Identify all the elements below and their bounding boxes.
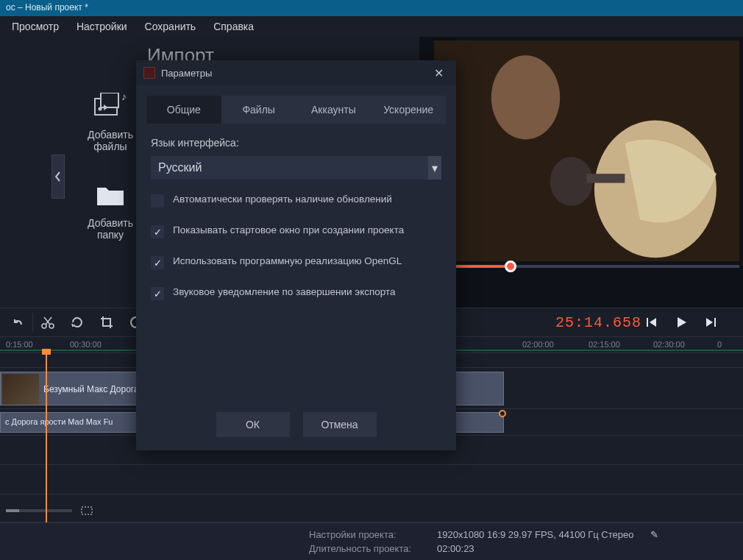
ruler-tick: 02:15:00 (589, 340, 620, 349)
dialog-titlebar[interactable]: Параметры ✕ (136, 60, 456, 85)
ok-button[interactable]: ОК (216, 412, 290, 437)
rotate-button[interactable] (67, 312, 88, 333)
svg-text:♪: ♪ (121, 93, 127, 102)
svg-rect-16 (82, 507, 92, 514)
svg-point-7 (550, 157, 593, 205)
audio-clip-label: с Дорога ярости Mad Max Fu (5, 417, 113, 426)
window-titlebar: ос – Новый проект * (0, 0, 743, 16)
dialog-close-button[interactable]: ✕ (428, 63, 449, 83)
edit-settings-button[interactable]: ✎ (650, 529, 658, 540)
language-select[interactable]: Русский ▾ (151, 156, 441, 180)
tab-acceleration[interactable]: Ускорение (371, 96, 446, 124)
menu-save[interactable]: Сохранить (145, 21, 196, 32)
app-icon (143, 67, 155, 79)
language-label: Язык интерфейса: (151, 137, 441, 149)
checkbox-start-window-label: Показывать стартовое окно при создании п… (173, 224, 404, 238)
fit-timeline-button[interactable] (79, 505, 94, 517)
svg-rect-1 (101, 93, 118, 107)
language-value: Русский (158, 161, 202, 174)
add-folder-label: Добавить папку (88, 217, 133, 241)
crop-button[interactable] (96, 312, 117, 333)
project-settings-value: 1920x1080 16:9 29.97 FPS, 44100 Гц Стере… (437, 529, 634, 540)
cut-button[interactable] (38, 312, 58, 333)
settings-dialog: Параметры ✕ Общие Файлы Аккаунты Ускорен… (136, 60, 456, 450)
tab-general[interactable]: Общие (146, 96, 221, 124)
add-files-label: Добавить файлы (88, 129, 133, 152)
checkbox-auto-update[interactable] (151, 194, 164, 208)
statusbar: Настройки проекта: 1920x1080 16:9 29.97 … (0, 522, 743, 560)
prev-button[interactable] (641, 312, 662, 333)
next-button[interactable] (700, 312, 721, 333)
empty-track-2[interactable] (0, 465, 743, 495)
project-duration-label: Длительность проекта: (309, 543, 427, 554)
play-button[interactable] (671, 312, 692, 333)
svg-point-3 (99, 107, 102, 111)
svg-rect-15 (714, 318, 716, 327)
ruler-tick: 02:00:00 (522, 340, 554, 349)
svg-rect-8 (587, 174, 625, 182)
preview-panel (419, 37, 743, 308)
svg-point-5 (491, 55, 560, 139)
playhead[interactable] (46, 353, 47, 522)
menu-help[interactable]: Справка (213, 21, 254, 32)
project-duration-value: 02:00:23 (437, 543, 474, 554)
checkbox-start-window[interactable] (151, 225, 164, 238)
zoom-slider[interactable] (6, 509, 72, 512)
checkbox-auto-update-label: Автоматически проверять наличие обновлен… (173, 193, 392, 207)
checkbox-software-opengl[interactable] (151, 256, 164, 269)
menu-settings[interactable]: Настройки (77, 21, 127, 32)
timecode-display: 25:14.658 (555, 314, 641, 331)
preview-progress[interactable] (434, 265, 739, 268)
ruler-tick: 02:30:00 (653, 340, 685, 349)
dialog-title: Параметры (161, 68, 212, 79)
tab-files[interactable]: Файлы (221, 96, 296, 124)
ruler-tick: 00:30:00 (70, 340, 102, 349)
clip-end-icon[interactable] (499, 410, 506, 417)
video-preview[interactable] (434, 40, 739, 261)
ruler-tick: 0 (717, 340, 722, 349)
folder-icon (93, 180, 128, 210)
tab-accounts[interactable]: Аккаунты (296, 96, 372, 124)
checkbox-software-opengl-label: Использовать программную реализацию Open… (173, 255, 402, 269)
media-files-icon: ♪ (93, 92, 128, 121)
undo-button[interactable] (7, 312, 28, 333)
clip-thumbnail (2, 374, 39, 405)
progress-handle-icon[interactable] (505, 260, 516, 272)
svg-rect-14 (647, 318, 648, 327)
cancel-button[interactable]: Отмена (303, 412, 377, 437)
collapse-panel-button[interactable] (51, 155, 65, 199)
project-settings-label: Настройки проекта: (309, 529, 427, 540)
menu-view[interactable]: Просмотр (12, 21, 59, 32)
ruler-tick: 0:15:00 (6, 340, 33, 349)
menubar: Просмотр Настройки Сохранить Справка (0, 16, 743, 37)
checkbox-export-sound-label: Звуковое уведомление по завершении экспо… (173, 286, 396, 300)
checkbox-export-sound[interactable] (151, 287, 164, 300)
zoom-bar (0, 500, 743, 522)
chevron-down-icon: ▾ (428, 156, 441, 180)
